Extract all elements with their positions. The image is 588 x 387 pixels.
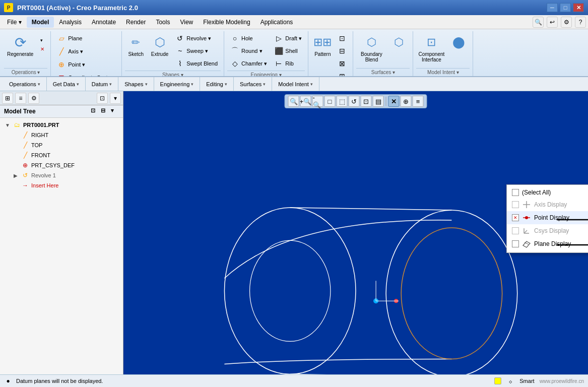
sidebar-btn-right1[interactable]: ⊡ bbox=[97, 93, 108, 104]
menu-render[interactable]: Render bbox=[121, 17, 151, 28]
ribbon-btn-rib[interactable]: ⊢ Rib bbox=[271, 57, 305, 70]
ribbon-btn-extrude[interactable]: ⬡ Extrude bbox=[148, 32, 171, 59]
vp-btn-spin[interactable]: ↺ bbox=[349, 96, 360, 107]
ribbon-btn-pattern[interactable]: ⊞⊞ Pattern bbox=[311, 32, 334, 59]
menu-view[interactable]: View bbox=[175, 17, 198, 28]
help-icon[interactable]: ? bbox=[575, 17, 586, 28]
ribbon-btn-coord-sys[interactable]: ⊞ Coordinate System bbox=[54, 72, 118, 77]
tree-item-prt[interactable]: ▼ 🗂 PRT0001.PRT bbox=[0, 120, 123, 130]
ribbon-btn-intent2[interactable]: ⬤ bbox=[447, 32, 470, 53]
menu-model[interactable]: Model bbox=[27, 17, 54, 28]
ribbon-btn-round[interactable]: ⌒ Round ▾ bbox=[227, 45, 270, 57]
vp-btn-show-hide[interactable]: ⊕ bbox=[401, 96, 412, 107]
ribbon-btn-axis[interactable]: ╱ Axis ▾ bbox=[54, 45, 86, 57]
ribbon-btn-component-interface[interactable]: ⊡ Component Interface bbox=[416, 32, 446, 64]
ribbon-btn-regen-options[interactable]: ▾ bbox=[37, 36, 47, 44]
tree-item-csys[interactable]: ⊕ PRT_CSYS_DEF bbox=[0, 160, 123, 170]
toolbar-btn-surfaces[interactable]: Surfaces ▾ bbox=[237, 80, 269, 88]
vp-btn-view-orient[interactable]: ⊡ bbox=[361, 96, 372, 107]
ribbon-btn-surface2[interactable]: ⬡ bbox=[387, 32, 410, 53]
ribbon-btn-draft[interactable]: ▷ Draft ▾ bbox=[271, 32, 305, 44]
toolbar-btn-get-data[interactable]: Get Data ▾ bbox=[50, 80, 82, 88]
ribbon-btn-edit3[interactable]: ⊠ bbox=[335, 57, 350, 70]
vp-btn-zoom-area[interactable]: □ bbox=[324, 96, 336, 107]
minimize-button[interactable]: ─ bbox=[547, 3, 558, 12]
ribbon-btn-edit2[interactable]: ⊟ bbox=[335, 45, 350, 57]
viewport[interactable]: 🔍 +🔍 -🔍 □ ⬚ ↺ ⊡ ▤ ✕ ⊕ ≡ (Select All) bbox=[123, 91, 588, 374]
toolbar-btn-datum[interactable]: Datum ▾ bbox=[89, 80, 115, 88]
surfaces-label: Surfaces ▾ bbox=[356, 68, 410, 75]
menu-file[interactable]: File ▾ bbox=[2, 17, 27, 28]
ribbon-btn-chamfer[interactable]: ◇ Chamfer ▾ bbox=[227, 57, 270, 70]
status-color-indicator bbox=[494, 377, 501, 384]
tree-item-front[interactable]: ╱ FRONT bbox=[0, 150, 123, 160]
tree-item-right[interactable]: ╱ RIGHT bbox=[0, 130, 123, 140]
model-intent-toolbar-label: Model Intent bbox=[278, 81, 309, 87]
axis-display-checkbox[interactable] bbox=[512, 201, 519, 208]
toolbar-btn-shapes[interactable]: Shapes ▾ bbox=[121, 80, 150, 88]
ribbon-btn-point[interactable]: ⊕ Point ▾ bbox=[54, 58, 88, 71]
close-button[interactable]: ✕ bbox=[573, 3, 584, 12]
menu-tools[interactable]: Tools bbox=[151, 17, 175, 28]
vp-btn-refit[interactable]: 🔍 bbox=[288, 96, 299, 107]
status-bar-icon[interactable]: ⬦ bbox=[506, 377, 514, 385]
sidebar-btn-grid[interactable]: ⊞ bbox=[2, 93, 13, 104]
menu-annotate[interactable]: Annotate bbox=[87, 17, 121, 28]
maximize-button[interactable]: □ bbox=[560, 3, 571, 12]
surfaces-dropdown-icon: ▾ bbox=[263, 82, 266, 87]
sidebar-btn-layers[interactable]: ≡ bbox=[15, 93, 26, 104]
tree-filter-icon[interactable]: ⊟ bbox=[101, 107, 109, 115]
settings-icon[interactable]: ⚙ bbox=[561, 17, 572, 28]
menu-flexible-modeling[interactable]: Flexible Modeling bbox=[198, 17, 255, 28]
tree-item-insert[interactable]: → Insert Here bbox=[0, 180, 123, 190]
sidebar-btn-right2[interactable]: ▾ bbox=[110, 93, 121, 104]
vp-btn-saved-orient[interactable]: ▤ bbox=[373, 96, 384, 107]
ribbon-btn-regenerate[interactable]: ⟳ Regenerate bbox=[4, 32, 36, 59]
tree-sort-icon[interactable]: ▾ bbox=[111, 107, 119, 115]
ribbon-btn-swept-blend[interactable]: ⌇ Swept Blend bbox=[172, 57, 221, 70]
ribbon-btn-edit1[interactable]: ⊡ bbox=[335, 32, 350, 44]
toolbar-btn-model-intent[interactable]: Model Intent ▾ bbox=[275, 80, 316, 88]
ribbon-btn-revolve[interactable]: ↺ Revolve ▾ bbox=[172, 32, 221, 44]
menu-analysis[interactable]: Analysis bbox=[54, 17, 87, 28]
tree-item-top[interactable]: ╱ TOP bbox=[0, 140, 123, 150]
revolve-icon: ↺ bbox=[175, 34, 184, 43]
point-display-checkbox[interactable] bbox=[512, 214, 519, 221]
csys-display-checkbox[interactable] bbox=[512, 227, 519, 234]
vp-btn-display-settings[interactable]: ✕ bbox=[388, 96, 400, 107]
plane-top-icon: ╱ bbox=[21, 141, 29, 149]
menu-applications[interactable]: Applications bbox=[255, 17, 298, 28]
select-all-checkbox[interactable] bbox=[512, 189, 519, 196]
svg-point-4 bbox=[250, 240, 331, 341]
ribbon-btn-regen-cancel[interactable]: ✕ bbox=[37, 45, 47, 53]
ribbon-btn-shell[interactable]: ⬛ Shell bbox=[271, 45, 305, 57]
sidebar-btn-settings[interactable]: ⚙ bbox=[28, 93, 39, 104]
ribbon-btn-plane[interactable]: ▱ Plane bbox=[54, 32, 85, 44]
dropdown-item-select-all[interactable]: (Select All) bbox=[507, 187, 588, 198]
ribbon-btn-sweep[interactable]: ~ Sweep ▾ bbox=[172, 45, 221, 57]
vp-btn-zoom-in[interactable]: +🔍 bbox=[300, 96, 311, 107]
model-tree-header-icons: ⊡ ⊟ ▾ bbox=[91, 107, 119, 115]
vp-btn-zoom-out[interactable]: -🔍 bbox=[312, 96, 323, 107]
toolbar-btn-operations[interactable]: Operations ▾ bbox=[6, 80, 43, 88]
toolbar-btn-engineering[interactable]: Engineering ▾ bbox=[157, 80, 197, 88]
tree-expand-icon[interactable]: ⊡ bbox=[91, 107, 99, 115]
swept-blend-icon: ⌇ bbox=[175, 59, 184, 68]
plane-display-checkbox[interactable] bbox=[512, 240, 519, 247]
tree-item-revolve1[interactable]: ▶ ↺ Revolve 1 bbox=[0, 170, 123, 180]
toolbar-btn-editing[interactable]: Editing ▾ bbox=[203, 80, 230, 88]
ribbon-btn-edit4[interactable]: ⊞ bbox=[335, 70, 350, 77]
vp-btn-more-options[interactable]: ≡ bbox=[413, 96, 424, 107]
search-icon[interactable]: 🔍 bbox=[533, 17, 544, 28]
vp-btn-pan[interactable]: ⬚ bbox=[337, 96, 348, 107]
datum-toolbar-label: Datum bbox=[92, 81, 108, 87]
titlebar-controls[interactable]: ─ □ ✕ bbox=[547, 3, 584, 12]
ribbon-btn-hole[interactable]: ○ Hole bbox=[227, 32, 270, 44]
dropdown-item-axis-display[interactable]: Axis Display bbox=[507, 198, 588, 211]
ribbon-btn-sketch[interactable]: ✏ Sketch bbox=[125, 32, 147, 59]
ribbon: ⟳ Regenerate ▾ ✕ Operations ▾ ▱ Plane ╱ … bbox=[0, 29, 588, 77]
back-icon[interactable]: ↩ bbox=[547, 17, 558, 28]
pattern-label: Pattern bbox=[314, 51, 331, 57]
statusbar-right: ⬦ Smart www.proewildfire.cn bbox=[494, 377, 584, 385]
ribbon-btn-boundary-blend[interactable]: ⬡ Boundary Blend bbox=[356, 32, 386, 64]
